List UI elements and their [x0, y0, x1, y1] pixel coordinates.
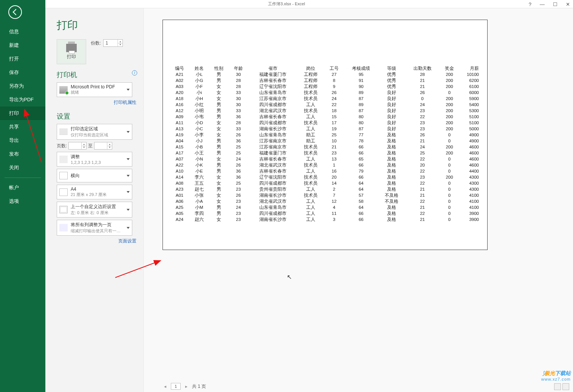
- col-header: 省市: [248, 65, 297, 71]
- page-navigator: ◄ 1 ► 共 1 页: [163, 383, 206, 390]
- minimize-icon[interactable]: —: [540, 2, 545, 7]
- nav-item-9[interactable]: 发布: [0, 147, 45, 161]
- help-icon[interactable]: ?: [529, 2, 531, 7]
- preview-table: 编号姓名性别年龄省市岗位工号考核成绩等级出勤天数奖金月薪 A21小L男30福建省…: [170, 65, 480, 222]
- info-icon[interactable]: i: [132, 70, 137, 76]
- table-row: A07小N女24吉林省长春市工人1365及格2204600: [170, 156, 480, 162]
- col-header: 月薪: [459, 65, 480, 71]
- window-title: 工作簿3.xlsx - Excel: [268, 1, 305, 7]
- table-row: A12小明男33湖北省武汉市技术员1887良好232005300: [170, 108, 480, 114]
- spinner-down-icon[interactable]: ▼: [118, 43, 122, 46]
- pane-title: 打印: [57, 18, 139, 32]
- margins-selector[interactable]: 上一个自定义边距设置 左: 0 厘米 右: 0 厘米: [57, 202, 132, 218]
- back-button[interactable]: [8, 5, 22, 19]
- nav-account[interactable]: 帐户: [0, 181, 45, 194]
- nav-item-5[interactable]: 导出为PDF: [0, 93, 45, 106]
- copies-value: 1: [105, 40, 108, 46]
- nav-item-1[interactable]: 新建: [0, 39, 45, 52]
- table-row: A08王五女25四川省成都市技术员1464及格2204300: [170, 180, 480, 186]
- table-row: A05李四男23四川省成都市工人1166及格2203900: [170, 210, 480, 216]
- maximize-icon[interactable]: ☐: [553, 2, 558, 7]
- print-button-label: 打印: [67, 54, 76, 60]
- table-row: A23赵七男23贵州省贵阳市工人264及格2104300: [170, 186, 480, 192]
- table-row: A09小韦男36吉林省长春市工人1580良好222005100: [170, 114, 480, 120]
- page-number-input[interactable]: 1: [171, 383, 181, 390]
- printer-status: 就绪: [71, 90, 122, 95]
- chevron-down-icon: [127, 175, 130, 177]
- table-row: A10小E男36吉林省长春市工人1679及格2204400: [170, 168, 480, 174]
- col-header: 编号: [170, 65, 189, 71]
- nav-item-0[interactable]: 信息: [0, 25, 45, 39]
- chevron-down-icon: [127, 131, 130, 133]
- page-setup-link[interactable]: 页面设置: [57, 238, 136, 244]
- table-row: A03小F女28辽宁省沈阳市工程师990优秀212006100: [170, 83, 480, 90]
- col-header: 等级: [378, 65, 405, 71]
- table-row: A06小A女23湖北省武汉市工人1258不及格2204100: [170, 198, 480, 204]
- table-row: A18小H女30江苏省南京市技术员2487良好02005900: [170, 96, 480, 102]
- show-margins-button[interactable]: [554, 383, 561, 390]
- printer-properties-link[interactable]: 打印机属性: [57, 99, 136, 106]
- print-preview-area: 编号姓名性别年龄省市岗位工号考核成绩等级出勤天数奖金月薪 A21小L男30福建省…: [144, 8, 573, 392]
- nav-item-6[interactable]: 打印: [0, 106, 45, 120]
- nav-item-3[interactable]: 保存: [0, 66, 45, 79]
- nav-item-4[interactable]: 另存为: [0, 79, 45, 93]
- table-row: A01小张女26湖南省长沙市技术员757不及格2104100: [170, 192, 480, 198]
- nav-item-7[interactable]: 共享: [0, 120, 45, 134]
- print-area-selector[interactable]: 打印选定区域 仅打印当前选定区域: [57, 124, 132, 140]
- zoom-to-page-button[interactable]: [562, 383, 569, 390]
- copies-spinner[interactable]: 1 ▲ ▼: [103, 39, 123, 47]
- print-settings-pane: 打印 打印 份数: 1 ▲ ▼ 打印机 i Microsoft Print to…: [45, 8, 144, 392]
- table-row: A14李六女36辽宁省沈阳市技术员2066及格232004300: [170, 174, 480, 180]
- next-page-icon[interactable]: ►: [184, 384, 189, 389]
- table-row: A02小G男28吉林省长春市工程师891优秀212006200: [170, 77, 480, 83]
- collation-selector[interactable]: 调整 1,2,3 1,2,3 1,2,3: [57, 152, 132, 167]
- pages-to-label: 至: [88, 143, 93, 149]
- table-row: A13小C女33湖南省长沙市工人1987良好232005000: [170, 126, 480, 132]
- scaling-icon: [59, 224, 68, 231]
- table-row: A17小王男25福建省厦门市技术员2366及格252004600: [170, 150, 480, 156]
- nav-item-2[interactable]: 打开: [0, 52, 45, 66]
- table-row: A25小M男24山东省青岛市工人464及格2104100: [170, 204, 480, 210]
- margins-icon: [59, 206, 68, 213]
- page-total-label: 共 1 页: [192, 383, 206, 390]
- nav-separator: [5, 177, 41, 178]
- page-icon: [59, 188, 68, 196]
- col-header: 岗位: [297, 65, 324, 71]
- status-ok-icon: [65, 91, 69, 95]
- nav-item-10[interactable]: 关闭: [0, 161, 45, 174]
- prev-page-icon[interactable]: ◄: [163, 384, 168, 389]
- copies-label: 份数:: [91, 40, 101, 46]
- nav-item-8[interactable]: 导出: [0, 134, 45, 147]
- printer-section-title: 打印机 i: [57, 70, 139, 79]
- table-row: A16小红男30四川省成都市工人2289良好242005400: [170, 102, 480, 108]
- print-button[interactable]: 打印: [57, 39, 86, 64]
- col-header: 年龄: [229, 65, 248, 71]
- col-header: 姓名: [189, 65, 209, 71]
- close-icon[interactable]: ✕: [566, 2, 570, 7]
- chevron-down-icon: [127, 158, 130, 160]
- preview-page: 编号姓名性别年龄省市岗位工号考核成绩等级出勤天数奖金月薪 A21小L男30福建省…: [163, 20, 488, 250]
- table-row: A21小L男30福建省厦门市工程师2795优秀2820010100: [170, 71, 480, 77]
- backstage-sidebar: 信息新建打开保存另存为导出为PDF打印共享导出发布关闭 帐户 选项: [0, 0, 45, 392]
- page-from-spinner[interactable]: ▲▼: [68, 142, 87, 150]
- page-to-spinner[interactable]: ▲▼: [94, 142, 112, 150]
- paper-size-selector[interactable]: A4 21 厘米 x 29.7 厘米: [57, 185, 132, 199]
- orientation-selector[interactable]: 横向: [57, 169, 132, 182]
- table-row: A22小K男26湖北省武汉市技术员166及格2004600: [170, 162, 480, 168]
- nav-options[interactable]: 选项: [0, 194, 45, 208]
- table-row: A19小李女26山东省青岛市助工2577及格2604900: [170, 132, 480, 138]
- col-header: 出勤天数: [405, 65, 440, 71]
- printer-icon: [66, 44, 77, 52]
- col-header: 工号: [324, 65, 344, 71]
- col-header: 考核成绩: [344, 65, 378, 71]
- chevron-down-icon: [127, 191, 130, 193]
- col-header: 奖金: [440, 65, 459, 71]
- scaling-selector[interactable]: 将所有列调整为一页 缩减打印输出使其只有一…: [57, 220, 132, 236]
- grid-icon: [59, 128, 68, 136]
- printer-selector[interactable]: Microsoft Print to PDF 就绪: [57, 82, 132, 97]
- table-row: A11小D女28四川省成都市技术员1780良好232005100: [170, 120, 480, 126]
- table-row: A04小J男36江苏省南京市助工1078及格2104900: [170, 138, 480, 144]
- collate-icon: [59, 156, 68, 163]
- chevron-down-icon: [127, 89, 130, 91]
- table-row: A24赵六女23湖南省长沙市工人366及格2103900: [170, 216, 480, 222]
